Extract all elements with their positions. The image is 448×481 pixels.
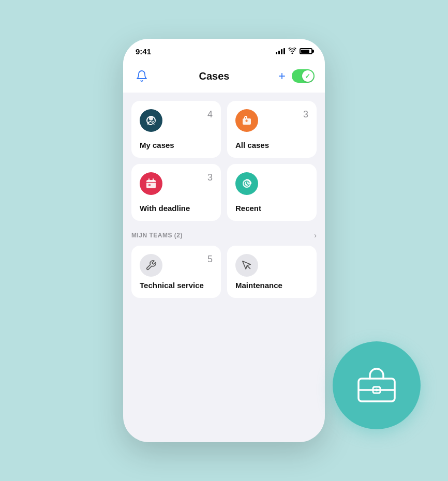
bell-button[interactable] (133, 68, 150, 84)
technical-service-count: 5 (207, 254, 213, 265)
maintenance-icon (235, 254, 258, 277)
page-title: Cases (199, 70, 230, 82)
svg-rect-7 (146, 180, 156, 188)
my-cases-icon (140, 109, 162, 132)
my-cases-count: 4 (207, 109, 213, 120)
my-cases-label: My cases (140, 141, 213, 149)
status-bar: 9:41 (123, 39, 325, 62)
technical-service-card[interactable]: 5 Technical service (131, 246, 221, 298)
with-deadline-card[interactable]: 3 With deadline (131, 164, 221, 221)
card-top: 3 (140, 172, 213, 195)
teams-grid: 5 Technical service (131, 246, 317, 298)
my-cases-card[interactable]: 4 My cases (131, 101, 221, 158)
quick-access-grid: 4 My cases (131, 101, 317, 221)
deadline-icon (140, 172, 162, 195)
signal-icon (276, 48, 285, 54)
deadline-count: 3 (207, 172, 213, 183)
card-top (235, 172, 308, 195)
technical-service-label: Technical service (140, 281, 213, 290)
card-top: 4 (140, 109, 213, 132)
main-content: 4 My cases (123, 93, 325, 438)
maintenance-label: Maintenance (235, 281, 308, 290)
all-cases-count: 3 (303, 109, 308, 120)
card-top: 3 (235, 109, 308, 132)
all-cases-icon (235, 109, 258, 132)
deadline-label: With deadline (140, 204, 213, 213)
header-actions: + ✓ (278, 69, 315, 83)
wifi-icon (288, 47, 296, 55)
technical-service-icon (140, 254, 162, 277)
recent-label: Recent (235, 204, 308, 213)
floating-badge (333, 341, 421, 429)
card-top (235, 254, 308, 277)
recent-icon (235, 172, 258, 195)
add-case-button[interactable]: + (278, 70, 286, 82)
maintenance-card[interactable]: Maintenance (227, 246, 317, 298)
status-time: 9:41 (136, 47, 151, 56)
status-icons (276, 47, 312, 55)
teams-section-header: MIJN TEAMS (2) › (131, 231, 317, 239)
teams-section-title: MIJN TEAMS (2) (131, 232, 183, 239)
scene: 9:41 (43, 21, 405, 460)
recent-card[interactable]: Recent (227, 164, 317, 221)
toggle-thumb: ✓ (302, 70, 313, 82)
all-cases-card[interactable]: 3 All cases (227, 101, 317, 158)
svg-point-19 (376, 389, 378, 392)
battery-icon (300, 48, 312, 54)
svg-rect-11 (148, 184, 151, 186)
app-header: Cases + ✓ (123, 62, 325, 93)
teams-section-arrow[interactable]: › (314, 231, 317, 239)
filter-toggle[interactable]: ✓ (292, 69, 315, 83)
all-cases-label: All cases (235, 141, 308, 149)
check-icon: ✓ (305, 72, 310, 80)
phone-frame: 9:41 (123, 39, 325, 442)
card-top: 5 (140, 254, 213, 277)
